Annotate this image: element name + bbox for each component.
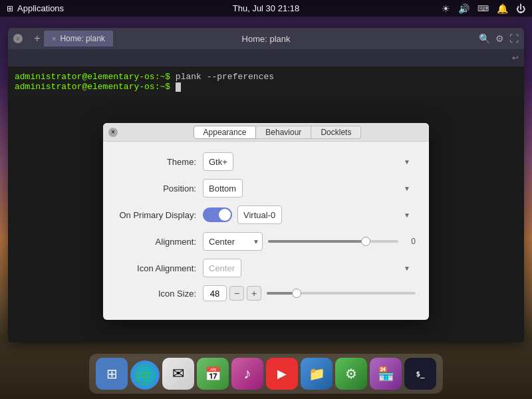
icon-alignment-select-wrapper: Center ▼	[203, 259, 416, 277]
theme-select[interactable]: Gtk+	[203, 152, 233, 171]
terminal-line-1: administrator@elementary-os:~$ plank --p…	[15, 72, 517, 82]
icon-alignment-select[interactable]: Center	[203, 259, 241, 277]
terminal-tab-label: Home: plank	[60, 34, 104, 43]
primary-display-label: On Primary Display:	[116, 210, 196, 220]
terminal-settings-button[interactable]: ⚙	[495, 33, 504, 44]
new-tab-button[interactable]: +	[31, 32, 44, 45]
alignment-select[interactable]: Center ▼	[203, 232, 263, 251]
brightness-icon[interactable]: ☀	[442, 3, 450, 14]
tab-behaviour[interactable]: Behaviour	[256, 126, 311, 139]
primary-display-control: Virtual-0 ▼	[203, 205, 416, 224]
alignment-slider-value: 0	[402, 237, 416, 246]
plank-preferences-dialog: × Appearance Behaviour Docklets Theme: G…	[103, 123, 429, 320]
terminal-title: Home: plank	[242, 34, 291, 44]
theme-control: Gtk+ ▼	[203, 152, 416, 171]
position-select[interactable]: Bottom	[203, 179, 243, 198]
primary-display-toggle[interactable]	[203, 207, 232, 222]
terminal-line-2: administrator@elementary-os:~$	[15, 82, 517, 92]
terminal-tabs: + × Home: plank	[31, 31, 113, 47]
theme-row: Theme: Gtk+ ▼	[116, 152, 416, 171]
dock-item-mail[interactable]: ✉	[162, 358, 194, 390]
dock-item-youtube[interactable]: ▶	[266, 358, 298, 390]
icon-alignment-label: Icon Alignment:	[116, 263, 196, 273]
terminal-body[interactable]: administrator@elementary-os:~$ plank --p…	[8, 66, 524, 97]
icon-size-row: Icon Size: − +	[116, 285, 416, 301]
terminal-search-button[interactable]: 🔍	[479, 33, 490, 44]
terminal-cursor	[176, 82, 181, 92]
applications-icon: ⊞	[7, 4, 13, 13]
topbar: ⊞ Applications Thu, Jul 30 21:18 ☀ 🔊 ⌨ 🔔…	[0, 0, 532, 17]
icon-size-control: − +	[203, 285, 416, 301]
theme-select-wrapper: Gtk+ ▼	[203, 152, 416, 171]
dock-item-terminal[interactable]: $_	[404, 358, 436, 390]
icon-size-decrement[interactable]: −	[229, 286, 244, 301]
terminal-cmd-1: plank --preferences	[170, 72, 274, 82]
terminal-fullscreen-button[interactable]: ⛶	[509, 33, 519, 44]
alignment-slider[interactable]	[268, 240, 398, 243]
theme-select-arrow: ▼	[404, 158, 410, 166]
terminal-icon-label: $_	[416, 370, 424, 378]
virtual-select[interactable]: Virtual-0	[237, 205, 282, 224]
keyboard-icon[interactable]: ⌨	[477, 4, 489, 13]
dialog-close-button[interactable]: ×	[108, 128, 118, 137]
tab-appearance[interactable]: Appearance	[194, 126, 257, 139]
alignment-label: Alignment:	[116, 237, 196, 247]
icon-alignment-row: Icon Alignment: Center ▼	[116, 259, 416, 277]
dialog-body: Theme: Gtk+ ▼ Position: Bottom ▼	[103, 142, 429, 320]
position-select-arrow: ▼	[404, 185, 410, 192]
virtual-select-arrow: ▼	[404, 211, 410, 219]
dialog-tabs: Appearance Behaviour Docklets	[131, 126, 424, 139]
volume-icon[interactable]: 🔊	[458, 3, 469, 14]
icon-size-input[interactable]	[203, 285, 227, 301]
dock-item-files[interactable]: 📁	[301, 358, 332, 390]
terminal-actions: 🔍 ⚙ ⛶	[479, 33, 519, 44]
dock-item-music[interactable]: ♪	[231, 358, 263, 390]
applications-menu[interactable]: Applications	[17, 3, 64, 13]
tab-docklets[interactable]: Docklets	[311, 126, 361, 139]
terminal-toolbar: ↩	[8, 49, 524, 66]
position-label: Position:	[116, 184, 196, 194]
dock-item-calendar[interactable]: 📅	[197, 358, 229, 390]
terminal-prompt-2: administrator@elementary-os:~$	[15, 82, 170, 92]
virtual-select-wrapper: Virtual-0 ▼	[237, 205, 416, 224]
alignment-slider-thumb[interactable]	[361, 237, 370, 246]
terminal-titlebar: × + × Home: plank Home: plank 🔍 ⚙ ⛶	[8, 28, 524, 49]
dock-item-multitasking[interactable]: ⊞	[96, 358, 128, 390]
icon-size-slider-thumb[interactable]	[292, 289, 301, 298]
dock-item-settings[interactable]: ⚙	[335, 358, 367, 390]
alignment-control: Center ▼ 0	[203, 232, 416, 251]
icon-alignment-arrow: ▼	[404, 265, 410, 272]
dock-item-appstore[interactable]: 🏪	[370, 358, 402, 390]
alignment-arrow: ▼	[253, 238, 259, 245]
topbar-right: ☀ 🔊 ⌨ 🔔 ⏻	[442, 3, 525, 14]
terminal-close-button[interactable]: ×	[13, 34, 23, 43]
notifications-icon[interactable]: 🔔	[497, 3, 508, 14]
theme-label: Theme:	[116, 157, 196, 167]
position-control: Bottom ▼	[203, 179, 416, 198]
dock-item-browser[interactable]: 🌐	[130, 360, 160, 390]
icon-size-slider[interactable]	[267, 292, 416, 295]
terminal-history-icon[interactable]: ↩	[509, 52, 521, 64]
topbar-left: ⊞ Applications	[7, 3, 64, 13]
terminal-tab-close[interactable]: ×	[52, 35, 56, 43]
icon-size-label: Icon Size:	[116, 289, 196, 299]
icon-size-increment[interactable]: +	[247, 286, 261, 301]
toggle-knob	[219, 209, 231, 221]
terminal-prompt-1: administrator@elementary-os:~$	[15, 72, 170, 82]
icon-size-slider-wrap	[267, 292, 416, 295]
power-icon[interactable]: ⏻	[516, 3, 525, 14]
position-select-wrapper: Bottom ▼	[203, 179, 416, 198]
alignment-value: Center	[209, 237, 235, 247]
alignment-slider-fill	[268, 240, 366, 243]
topbar-datetime: Thu, Jul 30 21:18	[233, 3, 299, 13]
terminal-tab-home[interactable]: × Home: plank	[44, 31, 113, 47]
alignment-row: Alignment: Center ▼ 0	[116, 232, 416, 251]
alignment-slider-wrap: 0	[268, 237, 416, 246]
dialog-titlebar: × Appearance Behaviour Docklets	[103, 123, 429, 142]
dock: ⊞ 🌐 ✉ 📅 ♪ ▶ 📁 ⚙ 🏪 $_	[89, 354, 443, 394]
position-row: Position: Bottom ▼	[116, 179, 416, 198]
icon-size-spinner: − +	[203, 285, 261, 301]
primary-display-row: On Primary Display: Virtual-0 ▼	[116, 205, 416, 224]
icon-alignment-control: Center ▼	[203, 259, 416, 277]
